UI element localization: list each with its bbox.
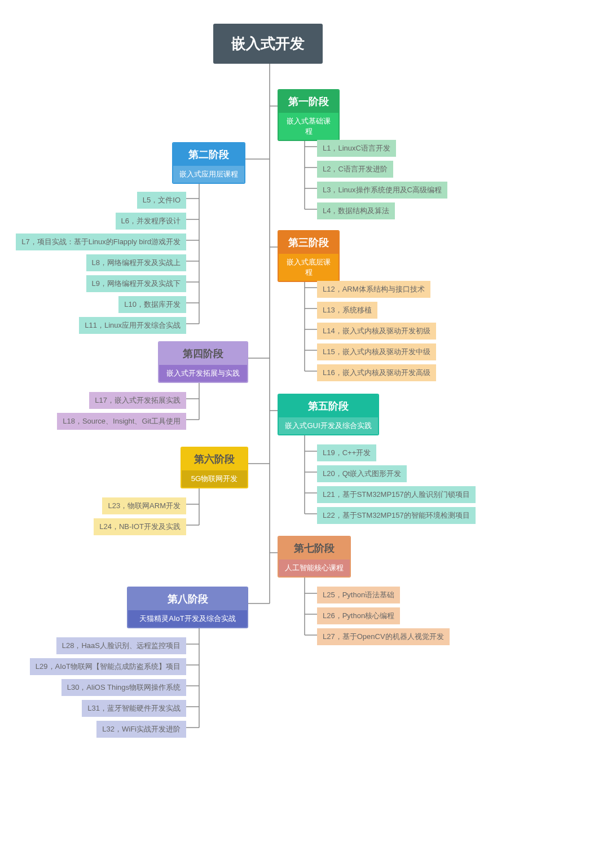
stage-title: 第六阶段 (182, 448, 247, 470)
lesson-item: L21，基于STM32MP157的人脸识别门锁项目 (317, 486, 476, 503)
stage-subtitle: 嵌入式底层课程 (279, 254, 338, 281)
lesson-item: L23，物联网ARM开发 (102, 497, 186, 514)
lesson-item: L15，嵌入式内核及驱动开发中级 (317, 343, 436, 360)
lesson-item: L10，数据库开发 (118, 296, 186, 313)
lesson-item: L14，嵌入式内核及驱动开发初级 (317, 323, 436, 340)
stage-subtitle: 天猫精灵AIoT开发及综合实战 (128, 610, 247, 627)
lesson-item: L6，并发程序设计 (116, 213, 186, 230)
lesson-item: L19，C++开发 (317, 444, 376, 461)
lesson-item: L4，数据结构及算法 (317, 202, 395, 219)
stage-subtitle: 嵌入式GUI开发及综合实践 (279, 417, 378, 434)
lesson-item: L16，嵌入式内核及驱动开发高级 (317, 364, 436, 381)
lesson-item: L22，基于STM32MP157的智能环境检测项目 (317, 507, 476, 524)
lesson-item: L18，Source、Insight、Git工具使用 (57, 413, 186, 430)
lesson-item: L31，蓝牙智能硬件开发实战 (82, 700, 186, 717)
stage-subtitle: 嵌入式开发拓展与实践 (159, 365, 247, 382)
lesson-item: L11，Linux应用开发综合实战 (79, 317, 186, 334)
stage-title: 第一阶段 (279, 90, 338, 113)
stage-s2: 第二阶段嵌入式应用层课程 (172, 142, 245, 184)
stage-subtitle: 嵌入式应用层课程 (173, 166, 244, 183)
stage-s4: 第四阶段嵌入式开发拓展与实践 (158, 341, 248, 383)
lesson-item: L2，C语言开发进阶 (317, 161, 393, 178)
lesson-item: L24，NB-IOT开发及实践 (94, 518, 186, 535)
lesson-item: L8，网络编程开发及实战上 (86, 254, 186, 271)
lesson-item: L1，LinuxC语言开发 (317, 140, 396, 157)
lesson-item: L13，系统移植 (317, 302, 377, 319)
stage-title: 第五阶段 (279, 395, 378, 417)
stage-s6: 第六阶段5G物联网开发 (181, 447, 248, 488)
stage-title: 第四阶段 (159, 342, 247, 365)
lesson-item: L12，ARM体系结构与接口技术 (317, 281, 430, 298)
lesson-item: L5，文件IO (137, 192, 186, 209)
stage-title: 第七阶段 (279, 537, 350, 559)
lesson-item: L7，项目实战：基于Linux的Flapply bird游戏开发 (16, 233, 186, 250)
lesson-item: L17，嵌入式开发拓展实践 (89, 392, 186, 409)
stage-s3: 第三阶段嵌入式底层课程 (278, 230, 340, 282)
stage-s5: 第五阶段嵌入式GUI开发及综合实践 (278, 394, 379, 435)
stage-s1: 第一阶段嵌入式基础课程 (278, 89, 340, 141)
root-node: 嵌入式开发 (213, 24, 323, 64)
lesson-item: L30，AliOS Things物联网操作系统 (61, 679, 186, 696)
lesson-item: L28，HaaS人脸识别、远程监控项目 (56, 637, 186, 654)
lesson-item: L29，AIoT物联网【智能点成防盗系统】项目 (30, 658, 186, 675)
lesson-item: L25，Python语法基础 (317, 587, 400, 603)
lesson-item: L3，Linux操作系统使用及C高级编程 (317, 182, 447, 199)
lesson-item: L9，网络编程开发及实战下 (86, 275, 186, 292)
stage-subtitle: 嵌入式基础课程 (279, 113, 338, 140)
lesson-item: L27，基于OpenCV的机器人视觉开发 (317, 628, 450, 645)
stage-title: 第八阶段 (128, 588, 247, 610)
stage-title: 第二阶段 (173, 143, 244, 166)
lesson-item: L26，Python核心编程 (317, 607, 400, 624)
stage-subtitle: 5G物联网开发 (182, 470, 247, 487)
stage-subtitle: 人工智能核心课程 (279, 559, 350, 576)
stage-title: 第三阶段 (279, 231, 338, 254)
lesson-item: L20，Qt嵌入式图形开发 (317, 465, 407, 482)
stage-s7: 第七阶段人工智能核心课程 (278, 536, 351, 578)
lesson-item: L32，WiFi实战开发进阶 (96, 721, 186, 738)
stage-s8: 第八阶段天猫精灵AIoT开发及综合实战 (127, 587, 248, 628)
